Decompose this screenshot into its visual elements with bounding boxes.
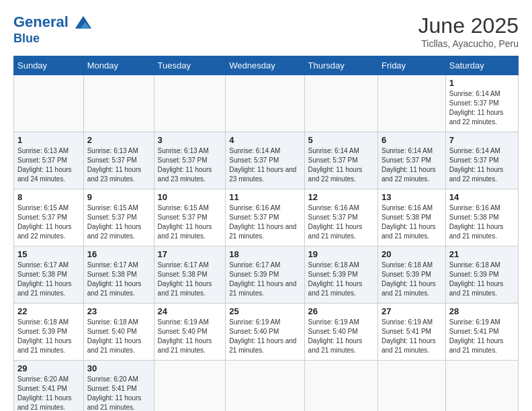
calendar-cell: 29Sunrise: 6:20 AMSunset: 5:41 PMDayligh… (14, 361, 84, 412)
calendar-cell (378, 361, 445, 412)
day-info: Sunrise: 6:19 AMSunset: 5:40 PMDaylight:… (308, 318, 374, 355)
calendar-cell: 23Sunrise: 6:18 AMSunset: 5:40 PMDayligh… (83, 304, 154, 361)
day-number: 10 (158, 192, 222, 202)
day-info: Sunrise: 6:16 AMSunset: 5:38 PMDaylight:… (382, 203, 442, 241)
calendar-cell: 24Sunrise: 6:19 AMSunset: 5:40 PMDayligh… (154, 304, 226, 361)
calendar-cell: 5Sunrise: 6:14 AMSunset: 5:37 PMDaylight… (304, 132, 378, 189)
calendar-cell: 20Sunrise: 6:18 AMSunset: 5:39 PMDayligh… (378, 246, 445, 304)
day-number: 24 (158, 306, 222, 316)
calendar-cell: 21Sunrise: 6:18 AMSunset: 5:39 PMDayligh… (445, 246, 518, 304)
calendar-week-row: 15Sunrise: 6:17 AMSunset: 5:38 PMDayligh… (14, 246, 519, 304)
day-info: Sunrise: 6:18 AMSunset: 5:40 PMDaylight:… (87, 318, 150, 355)
day-number: 12 (308, 192, 374, 202)
calendar-cell: 2Sunrise: 6:13 AMSunset: 5:37 PMDaylight… (83, 132, 154, 189)
day-number: 30 (87, 363, 150, 373)
day-info: Sunrise: 6:13 AMSunset: 5:37 PMDaylight:… (158, 146, 222, 184)
day-info: Sunrise: 6:14 AMSunset: 5:37 PMDaylight:… (308, 146, 374, 184)
day-info: Sunrise: 6:14 AMSunset: 5:37 PMDaylight:… (229, 146, 300, 184)
day-of-week-header: Sunday (14, 56, 84, 75)
day-of-week-header: Tuesday (154, 56, 226, 75)
calendar-week-row: 8Sunrise: 6:15 AMSunset: 5:37 PMDaylight… (14, 189, 519, 246)
calendar-cell: 30Sunrise: 6:20 AMSunset: 5:41 PMDayligh… (83, 361, 154, 412)
day-number: 14 (449, 192, 515, 202)
calendar-cell (226, 361, 304, 412)
day-info: Sunrise: 6:15 AMSunset: 5:37 PMDaylight:… (17, 203, 80, 241)
day-of-week-header: Thursday (304, 56, 378, 75)
day-number: 16 (87, 249, 150, 259)
day-info: Sunrise: 6:19 AMSunset: 5:40 PMDaylight:… (229, 318, 300, 355)
day-number: 17 (158, 249, 222, 259)
calendar-cell (304, 361, 378, 412)
calendar-week-row: 22Sunrise: 6:18 AMSunset: 5:39 PMDayligh… (14, 304, 519, 361)
day-info: Sunrise: 6:18 AMSunset: 5:39 PMDaylight:… (308, 261, 374, 298)
calendar-cell: 13Sunrise: 6:16 AMSunset: 5:38 PMDayligh… (378, 189, 445, 246)
day-number: 18 (229, 249, 300, 259)
calendar-cell: 1Sunrise: 6:14 AMSunset: 5:37 PMDaylight… (445, 75, 518, 132)
calendar-cell: 25Sunrise: 6:19 AMSunset: 5:40 PMDayligh… (226, 304, 304, 361)
day-info: Sunrise: 6:19 AMSunset: 5:41 PMDaylight:… (449, 318, 515, 355)
day-of-week-header: Saturday (445, 56, 518, 75)
calendar-cell: 7Sunrise: 6:14 AMSunset: 5:37 PMDaylight… (445, 132, 518, 189)
logo-blue: Blue (13, 32, 93, 46)
day-info: Sunrise: 6:16 AMSunset: 5:37 PMDaylight:… (229, 203, 300, 241)
day-info: Sunrise: 6:20 AMSunset: 5:41 PMDaylight:… (17, 375, 80, 411)
calendar-cell: 1Sunrise: 6:13 AMSunset: 5:37 PMDaylight… (14, 132, 84, 189)
day-number: 3 (158, 135, 222, 145)
day-number: 29 (17, 363, 80, 373)
calendar-cell: 3Sunrise: 6:13 AMSunset: 5:37 PMDaylight… (154, 132, 226, 189)
logo: General Blue (13, 13, 93, 46)
day-info: Sunrise: 6:18 AMSunset: 5:39 PMDaylight:… (382, 261, 442, 298)
day-number: 1 (17, 135, 80, 145)
calendar-cell: 26Sunrise: 6:19 AMSunset: 5:40 PMDayligh… (304, 304, 378, 361)
day-number: 27 (382, 306, 442, 316)
day-info: Sunrise: 6:17 AMSunset: 5:38 PMDaylight:… (87, 261, 150, 298)
calendar-cell (154, 75, 226, 132)
day-number: 13 (382, 192, 442, 202)
calendar-cell: 28Sunrise: 6:19 AMSunset: 5:41 PMDayligh… (445, 304, 518, 361)
day-of-week-header: Wednesday (226, 56, 304, 75)
calendar-cell (154, 361, 226, 412)
calendar-cell: 19Sunrise: 6:18 AMSunset: 5:39 PMDayligh… (304, 246, 378, 304)
calendar-cell: 9Sunrise: 6:15 AMSunset: 5:37 PMDaylight… (83, 189, 154, 246)
calendar-header-row: SundayMondayTuesdayWednesdayThursdayFrid… (14, 56, 519, 75)
calendar-cell: 15Sunrise: 6:17 AMSunset: 5:38 PMDayligh… (14, 246, 84, 304)
calendar-cell: 18Sunrise: 6:17 AMSunset: 5:39 PMDayligh… (226, 246, 304, 304)
page-header: General Blue June 2025 Ticllas, Ayacucho… (13, 13, 519, 49)
day-number: 15 (17, 249, 80, 259)
day-info: Sunrise: 6:16 AMSunset: 5:38 PMDaylight:… (449, 203, 515, 241)
day-number: 4 (229, 135, 300, 145)
calendar-cell (14, 75, 84, 132)
day-info: Sunrise: 6:13 AMSunset: 5:37 PMDaylight:… (87, 146, 150, 184)
day-number: 26 (308, 306, 374, 316)
day-info: Sunrise: 6:17 AMSunset: 5:38 PMDaylight:… (17, 261, 80, 298)
day-number: 28 (449, 306, 515, 316)
day-info: Sunrise: 6:14 AMSunset: 5:37 PMDaylight:… (449, 146, 515, 184)
calendar-week-row: 1Sunrise: 6:13 AMSunset: 5:37 PMDaylight… (14, 132, 519, 189)
day-number: 2 (87, 135, 150, 145)
calendar-cell: 10Sunrise: 6:15 AMSunset: 5:37 PMDayligh… (154, 189, 226, 246)
calendar-cell: 6Sunrise: 6:14 AMSunset: 5:37 PMDaylight… (378, 132, 445, 189)
day-info: Sunrise: 6:14 AMSunset: 5:37 PMDaylight:… (449, 89, 515, 127)
subtitle: Ticllas, Ayacucho, Peru (418, 38, 519, 49)
calendar-cell: 16Sunrise: 6:17 AMSunset: 5:38 PMDayligh… (83, 246, 154, 304)
day-info: Sunrise: 6:15 AMSunset: 5:37 PMDaylight:… (87, 203, 150, 241)
calendar-cell: 8Sunrise: 6:15 AMSunset: 5:37 PMDaylight… (14, 189, 84, 246)
day-number: 19 (308, 249, 374, 259)
calendar-cell (83, 75, 154, 132)
day-info: Sunrise: 6:17 AMSunset: 5:38 PMDaylight:… (158, 261, 222, 298)
calendar-cell: 4Sunrise: 6:14 AMSunset: 5:37 PMDaylight… (226, 132, 304, 189)
day-number: 22 (17, 306, 80, 316)
day-number: 7 (449, 135, 515, 145)
calendar-cell: 12Sunrise: 6:16 AMSunset: 5:37 PMDayligh… (304, 189, 378, 246)
title-block: June 2025 Ticllas, Ayacucho, Peru (418, 13, 519, 49)
day-number: 5 (308, 135, 374, 145)
day-info: Sunrise: 6:19 AMSunset: 5:41 PMDaylight:… (382, 318, 442, 355)
day-of-week-header: Monday (83, 56, 154, 75)
day-info: Sunrise: 6:18 AMSunset: 5:39 PMDaylight:… (17, 318, 80, 355)
day-number: 23 (87, 306, 150, 316)
calendar-cell: 14Sunrise: 6:16 AMSunset: 5:38 PMDayligh… (445, 189, 518, 246)
day-number: 8 (17, 192, 80, 202)
calendar-cell (378, 75, 445, 132)
day-number: 1 (449, 78, 515, 88)
calendar-cell (226, 75, 304, 132)
